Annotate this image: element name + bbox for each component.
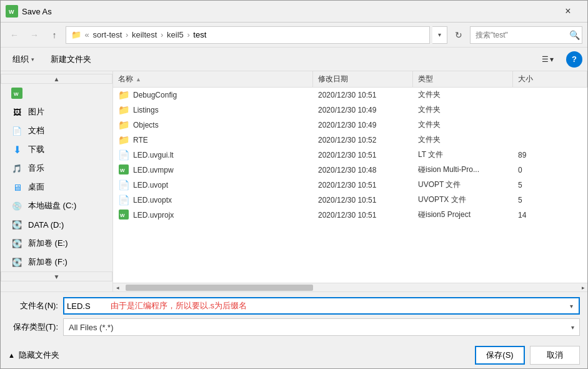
file-name: 📁 DebugConfig (113, 88, 313, 102)
file-date: 2020/12/30 10:49 (313, 118, 413, 132)
table-row[interactable]: W LED.uvmpw 2020/12/30 10:48 碰ision Mult… (113, 163, 587, 178)
sidebar-item-downloads[interactable]: ⬇ 下载 (1, 140, 112, 159)
address-bar: ← → ↑ 📁 « sort-test › keiltest › keil5 ›… (1, 23, 587, 48)
file-date: 2020/12/30 10:51 (313, 148, 413, 162)
file-date: 2020/12/30 10:51 (313, 193, 413, 207)
horizontal-scrollbar[interactable]: ◂ ▸ (113, 283, 587, 291)
file-icon-folder: 📁 (118, 104, 129, 116)
file-icon-doc: 📄 (118, 179, 129, 191)
filetype-select[interactable]: All Files (*.*) ▾ (63, 318, 580, 336)
address-path[interactable]: 📁 « sort-test › keiltest › keil5 › test (66, 26, 430, 44)
sidebar-item-d-drive[interactable]: 💽 DATA (D:) (1, 215, 112, 234)
file-size: 89 (513, 148, 587, 162)
save-button[interactable]: 保存(S) (475, 346, 525, 365)
file-name: W LED.uvmpw (113, 163, 313, 177)
help-button[interactable]: ? (566, 51, 582, 68)
sidebar-scroll-up[interactable]: ▲ (1, 74, 112, 84)
file-size (513, 103, 587, 117)
folder-icon-path: 📁 (71, 30, 81, 39)
sort-arrow-name: ▲ (136, 76, 141, 83)
hscroll-thumb[interactable] (126, 285, 313, 291)
organize-button[interactable]: 组织 ▾ (6, 51, 41, 68)
desktop-icon: 🖥 (11, 181, 23, 193)
hscroll-right[interactable]: ▸ (579, 283, 587, 292)
sidebar-item-c-drive[interactable]: 💿 本地磁盘 (C:) (1, 196, 112, 215)
sidebar-item-documents[interactable]: 📄 文档 (1, 121, 112, 140)
new-folder-button[interactable]: 新建文件夹 (44, 51, 98, 68)
file-date: 2020/12/30 10:51 (313, 88, 413, 102)
filename-label: 文件名(N): (8, 300, 58, 311)
view-button[interactable]: ☰ ▾ (531, 51, 564, 68)
app-icon: W (6, 5, 18, 18)
cancel-button[interactable]: 取消 (530, 346, 580, 365)
file-name: 📁 Listings (113, 103, 313, 117)
column-header-type[interactable]: 类型 (413, 71, 513, 87)
pictures-icon: 🖼 (11, 106, 23, 118)
sidebar-item-pictures[interactable]: 🖼 图片 (1, 103, 112, 121)
search-input[interactable] (476, 31, 569, 39)
filename-row: 文件名(N): 由于是汇编程序，所以要以.s为后缀名 ▾ (8, 297, 580, 315)
file-type: LT 文件 (413, 148, 513, 162)
file-type: 文件夹 (413, 103, 513, 117)
svg-text:W: W (14, 91, 19, 97)
sidebar-label-e-drive: 新加卷 (E:) (28, 238, 68, 249)
hscroll-left[interactable]: ◂ (113, 283, 122, 292)
search-box[interactable]: 🔍 (470, 26, 582, 44)
file-icon-keil: W (118, 164, 129, 176)
sidebar: ▲ W 🖼 图片 📄 文档 ⬇ 下载 � (1, 71, 113, 291)
sidebar-item-music[interactable]: 🎵 音乐 (1, 159, 112, 178)
address-dropdown-button[interactable]: ▾ (432, 26, 447, 44)
breadcrumb-4: test (193, 30, 206, 39)
sidebar-item-e-drive[interactable]: 💽 新加卷 (E:) (1, 234, 112, 253)
table-row[interactable]: 📄 LED.uvoptx 2020/12/30 10:51 UVOPTX 文件 … (113, 193, 587, 208)
close-button[interactable]: × (554, 2, 582, 21)
file-size: 5 (513, 193, 587, 207)
breadcrumb-3: keil5 (167, 30, 184, 39)
file-icon-folder: 📁 (118, 89, 129, 101)
f-drive-icon: 💽 (11, 256, 23, 268)
breadcrumb-1: sort-test (92, 30, 122, 39)
view-icon: ☰ (542, 55, 549, 64)
file-size (513, 118, 587, 132)
filetype-dropdown-icon: ▾ (571, 324, 574, 331)
sidebar-label-desktop: 桌面 (28, 181, 44, 193)
sidebar-item-f-drive[interactable]: 💽 新加卷 (F:) (1, 253, 112, 271)
sidebar-item-green[interactable]: W (1, 84, 112, 103)
file-type: 碰ision Multi-Pro... (413, 163, 513, 177)
file-type: UVOPT 文件 (413, 178, 513, 192)
file-date: 2020/12/30 10:48 (313, 163, 413, 177)
forward-button[interactable]: → (26, 26, 43, 44)
downloads-icon: ⬇ (11, 143, 23, 156)
sidebar-scroll-down[interactable]: ▼ (1, 271, 112, 281)
table-row[interactable]: 📄 LED.uvopt 2020/12/30 10:51 UVOPT 文件 5 (113, 178, 587, 193)
column-header-name[interactable]: 名称 ▲ (113, 71, 313, 87)
column-header-date[interactable]: 修改日期 (313, 71, 413, 87)
file-icon-folder: 📁 (118, 119, 129, 131)
filename-input-wrapper[interactable]: 由于是汇编程序，所以要以.s为后缀名 ▾ (63, 297, 580, 315)
hide-folders-button[interactable]: ▲ 隐藏文件夹 (8, 350, 59, 361)
up-button[interactable]: ↑ (46, 26, 63, 44)
refresh-button[interactable]: ↻ (450, 26, 467, 44)
file-name: 📄 LED.uvopt (113, 178, 313, 192)
filename-hint: 由于是汇编程序，所以要以.s为后缀名 (111, 300, 247, 311)
table-row[interactable]: 📁 DebugConfig 2020/12/30 10:51 文件夹 (113, 88, 587, 103)
filename-input[interactable] (67, 301, 104, 311)
table-row[interactable]: 📁 Objects 2020/12/30 10:49 文件夹 (113, 118, 587, 133)
table-row[interactable]: 📁 Listings 2020/12/30 10:49 文件夹 (113, 103, 587, 118)
actions-row: ▲ 隐藏文件夹 保存(S) 取消 (1, 341, 587, 368)
sidebar-item-desktop[interactable]: 🖥 桌面 (1, 178, 112, 196)
back-button[interactable]: ← (6, 26, 23, 44)
file-name: W LED.uvprojx (113, 208, 313, 222)
organize-dropdown-icon: ▾ (31, 56, 34, 63)
column-header-size[interactable]: 大小 (513, 71, 587, 87)
table-row[interactable]: 📁 RTE 2020/12/30 10:52 文件夹 (113, 133, 587, 148)
c-drive-icon: 💿 (11, 200, 23, 212)
file-type: 文件夹 (413, 133, 513, 147)
search-icon: 🔍 (569, 30, 580, 40)
file-name: 📁 Objects (113, 118, 313, 132)
table-row[interactable]: W LED.uvprojx 2020/12/30 10:51 碰ision5 P… (113, 208, 587, 223)
table-row[interactable]: 📄 LED.uvgui.lt 2020/12/30 10:51 LT 文件 89 (113, 148, 587, 163)
svg-text:W: W (9, 9, 14, 15)
music-icon: 🎵 (11, 162, 23, 174)
filename-dropdown-icon[interactable]: ▾ (564, 298, 579, 313)
